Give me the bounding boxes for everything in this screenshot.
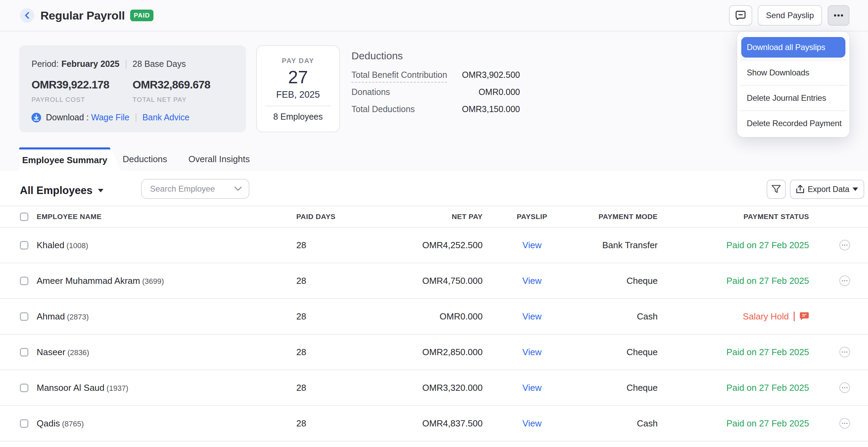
view-payslip-link[interactable]: View — [522, 347, 542, 357]
period-label: Period: — [32, 59, 59, 69]
more-actions-menu: Download all Payslips Show Downloads Del… — [737, 32, 850, 137]
total-benefit-contribution-label[interactable]: Total Benefit Contribution — [351, 70, 447, 83]
divider — [126, 60, 126, 69]
status-badge: PAID — [130, 10, 153, 21]
hold-comment-icon[interactable] — [799, 312, 809, 321]
payment-mode: Cheque — [581, 347, 658, 358]
search-employee-input[interactable]: Search Employee — [141, 179, 249, 199]
comments-button[interactable] — [729, 5, 752, 26]
row-checkbox[interactable] — [20, 241, 28, 250]
employee-id: (1008) — [66, 241, 88, 250]
row-checkbox[interactable] — [20, 312, 28, 321]
paid-days: 28 — [296, 383, 365, 393]
employee-filter-dropdown[interactable]: All Employees — [20, 184, 103, 197]
download-icon — [32, 113, 41, 122]
paid-days: 28 — [296, 240, 365, 251]
table-header-row: EMPLOYEE NAME PAID DAYS NET PAY PAYSLIP … — [0, 206, 868, 228]
employee-row: Ahmad(2873) 28 OMR0.000 View Cash Salary… — [0, 299, 868, 335]
base-days: 28 Base Days — [133, 59, 186, 69]
menu-item-show-downloads[interactable]: Show Downloads — [741, 60, 845, 85]
row-more-icon[interactable] — [839, 240, 850, 251]
row-checkbox[interactable] — [20, 348, 28, 357]
bank-advice-link[interactable]: Bank Advice — [142, 112, 190, 122]
row-checkbox[interactable] — [20, 384, 28, 392]
payment-status: Paid on 27 Feb 2025 — [658, 347, 809, 358]
page-header: Regular Payroll PAID Send Payslip — [0, 0, 868, 32]
view-payslip-link[interactable]: View — [522, 276, 542, 286]
total-net-pay-label: TOTAL NET PAY — [133, 96, 234, 104]
row-more-icon[interactable] — [839, 382, 850, 393]
employee-name: Ahmad — [37, 311, 65, 322]
tab-overall-insights[interactable]: Overall Insights — [188, 147, 250, 171]
column-payment-status: PAYMENT STATUS — [658, 213, 809, 221]
paid-days: 28 — [296, 276, 365, 286]
payment-mode: Cheque — [581, 383, 658, 393]
total-deductions-value: OMR3,150.000 — [462, 104, 520, 114]
deductions-title: Deductions — [351, 50, 520, 62]
employee-id: (2836) — [67, 348, 89, 357]
tab-employee-summary[interactable]: Employee Summary — [19, 147, 121, 171]
payment-status: Salary Hold — [658, 311, 809, 322]
employee-id: (8765) — [62, 420, 84, 428]
export-data-button[interactable]: Export Data — [790, 180, 864, 199]
filter-button[interactable] — [767, 180, 786, 199]
view-payslip-link[interactable]: View — [522, 383, 542, 393]
download-label: Download : — [46, 112, 89, 122]
menu-item-delete-journal-entries[interactable]: Delete Journal Entries — [741, 86, 845, 110]
employee-name: Qadis — [37, 418, 60, 428]
row-more-icon[interactable] — [839, 418, 850, 429]
menu-item-delete-recorded-payment[interactable]: Delete Recorded Payment — [741, 111, 845, 136]
deductions-panel: Deductions Total Benefit Contribution OM… — [351, 50, 520, 113]
payment-status: Paid on 27 Feb 2025 — [658, 383, 809, 393]
payment-status: Paid on 27 Feb 2025 — [658, 240, 809, 251]
period-row: Period: February 2025 28 Base Days — [32, 59, 234, 69]
salary-hold-label: Salary Hold — [743, 311, 789, 322]
back-button[interactable] — [20, 8, 34, 23]
tab-label: Employee Summary — [19, 149, 110, 171]
select-all-checkbox[interactable] — [20, 213, 28, 221]
search-placeholder: Search Employee — [150, 184, 234, 194]
funnel-icon — [771, 185, 781, 194]
page-title: Regular Payroll — [40, 9, 125, 22]
employee-row: Qadis(8765) 28 OMR4,837.500 View Cash Pa… — [0, 406, 868, 442]
employee-name: Khaled — [37, 240, 64, 250]
net-pay: OMR0.000 — [365, 311, 483, 322]
ellipsis-icon — [834, 14, 843, 17]
row-checkbox[interactable] — [20, 277, 28, 285]
donations-label: Donations — [351, 87, 390, 97]
view-payslip-link[interactable]: View — [522, 311, 542, 322]
employee-name: Naseer — [37, 347, 65, 357]
view-payslip-link[interactable]: View — [522, 418, 542, 428]
employees-count: 8 Employees — [257, 112, 339, 122]
net-pay: OMR3,320.000 — [365, 383, 483, 393]
net-pay: OMR2,850.000 — [365, 347, 483, 358]
menu-item-download-all-payslips[interactable]: Download all Payslips — [741, 37, 845, 58]
total-deductions-label: Total Deductions — [351, 104, 415, 114]
column-payslip: PAYSLIP — [483, 213, 581, 221]
employee-name: Ameer Muhammad Akram — [37, 276, 140, 286]
employee-id: (2873) — [67, 313, 89, 321]
divider — [136, 113, 136, 122]
row-checkbox[interactable] — [20, 419, 28, 428]
send-payslip-button[interactable]: Send Payslip — [758, 5, 822, 26]
caret-down-icon — [853, 188, 858, 191]
more-actions-button[interactable] — [828, 5, 850, 26]
row-more-icon[interactable] — [839, 275, 850, 286]
employee-filter-label: All Employees — [20, 184, 92, 197]
employee-row: Khaled(1008) 28 OMR4,252.500 View Bank T… — [0, 228, 868, 263]
net-pay: OMR4,750.000 — [365, 276, 483, 286]
deduction-row: Total Benefit Contribution OMR3,902.500 — [351, 70, 520, 79]
pay-day-label: PAY DAY — [257, 57, 339, 65]
column-paid-days: PAID DAYS — [296, 213, 365, 221]
employee-id: (1937) — [107, 384, 128, 392]
tab-deductions[interactable]: Deductions — [123, 147, 167, 171]
chat-icon — [735, 11, 746, 20]
pay-day-number: 27 — [257, 67, 339, 87]
deduction-row: Total Deductions OMR3,150.000 — [351, 104, 520, 113]
row-more-icon[interactable] — [839, 347, 850, 358]
payroll-cost-value: OMR39,922.178 — [32, 78, 133, 91]
view-payslip-link[interactable]: View — [522, 240, 542, 250]
column-payment-mode: PAYMENT MODE — [581, 213, 658, 221]
caret-down-icon — [98, 189, 103, 192]
wage-file-link[interactable]: Wage File — [91, 112, 129, 122]
